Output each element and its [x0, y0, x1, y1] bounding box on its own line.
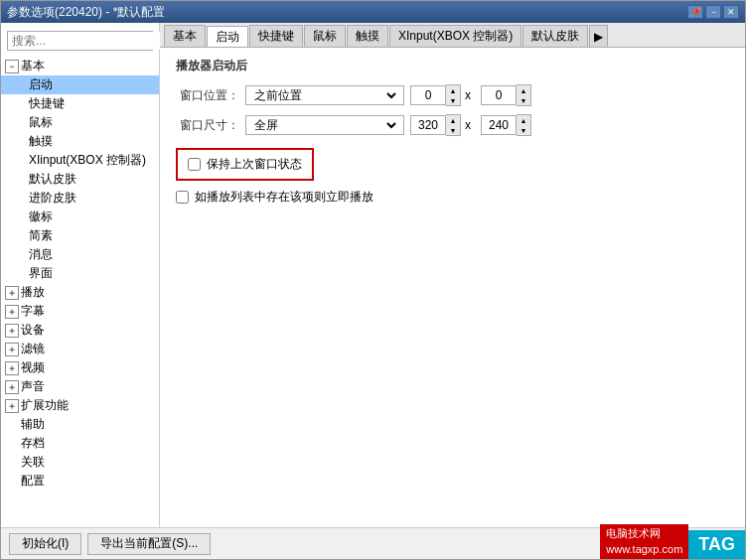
pin-button[interactable]: 📌: [687, 5, 703, 19]
checkbox2-label: 如播放列表中存在该项则立即播放: [195, 189, 373, 206]
sidebar-label-ext: 扩展功能: [21, 397, 69, 414]
size-x-input[interactable]: 320: [410, 115, 446, 135]
title-bar: 参数选项(220420) - *默认配置 📌 － ✕: [1, 1, 745, 23]
sidebar-label-audio: 声音: [21, 378, 45, 395]
sidebar-item-hotkey[interactable]: 快捷键: [1, 94, 159, 113]
pos-x-spin: 0 ▲ ▼: [410, 84, 461, 106]
sidebar-item-ext-root[interactable]: ＋ 扩展功能: [1, 396, 159, 415]
tab-mouse[interactable]: 鼠标: [304, 25, 346, 47]
watermark-line2: www.tagxp.com: [606, 542, 682, 557]
pos-y-input[interactable]: 0: [481, 85, 517, 105]
pos-y-down[interactable]: ▼: [517, 95, 530, 105]
size-x-spin: 320 ▲ ▼: [410, 114, 461, 136]
pos-x-arrows: ▲ ▼: [446, 84, 461, 106]
minimize-button[interactable]: －: [705, 5, 721, 19]
checkbox2-row: 如播放列表中存在该项则立即播放: [176, 187, 729, 208]
expander-video[interactable]: ＋: [5, 361, 19, 375]
window-size-select[interactable]: 全屏: [250, 116, 399, 134]
sidebar-label-play: 播放: [21, 284, 45, 301]
sidebar-item-assist[interactable]: 辅助: [1, 415, 159, 434]
sidebar-item-config[interactable]: 配置: [1, 472, 159, 490]
watermark-tag: TAG: [688, 530, 745, 559]
expander-filter[interactable]: ＋: [5, 343, 19, 356]
pos-y-up[interactable]: ▲: [517, 85, 530, 95]
sidebar-item-device-root[interactable]: ＋ 设备: [1, 321, 159, 340]
sidebar-item-mouse[interactable]: 鼠标: [1, 113, 159, 132]
x-label-1: x: [465, 88, 471, 102]
sidebar-item-touch[interactable]: 触摸: [1, 132, 159, 151]
window-position-label: 窗口位置：: [176, 87, 245, 104]
window-size-wrap: 全屏 320 ▲ ▼ x 240: [245, 114, 531, 136]
sidebar-item-skin[interactable]: 默认皮肤: [1, 170, 159, 189]
checkbox1[interactable]: [188, 158, 201, 171]
sidebar-item-advskin[interactable]: 进阶皮肤: [1, 189, 159, 208]
window-position-row: 窗口位置： 之前位置 0 ▲ ▼: [176, 84, 729, 106]
sidebar-item-xinput[interactable]: XIinput(XBOX 控制器): [1, 151, 159, 170]
sidebar-item-badge[interactable]: 徽标: [1, 208, 159, 226]
sidebar-label-video: 视频: [21, 359, 45, 376]
window-position-select[interactable]: 之前位置: [250, 86, 399, 104]
sidebar-item-assoc[interactable]: 关联: [1, 453, 159, 472]
expander-basic[interactable]: －: [5, 60, 19, 73]
pos-y-spin: 0 ▲ ▼: [481, 84, 531, 106]
content-area: 🔍 － 基本 启动 快捷键 鼠标 触摸 XIinput(XBOX 控制器) 默认…: [1, 23, 745, 527]
tab-basic[interactable]: 基本: [164, 25, 206, 47]
tab-xinput[interactable]: XInput(XBOX 控制器): [389, 25, 522, 47]
tab-hotkey[interactable]: 快捷键: [249, 25, 303, 47]
tab-touch[interactable]: 触摸: [347, 25, 388, 47]
main-content: 播放器启动后 窗口位置： 之前位置 0 ▲: [160, 48, 745, 527]
window-size-combo[interactable]: 全屏: [245, 115, 404, 135]
checkbox1-label: 保持上次窗口状态: [207, 156, 302, 173]
init-button[interactable]: 初始化(I): [9, 533, 81, 555]
tab-start[interactable]: 启动: [207, 26, 248, 48]
sidebar-label-sub: 字幕: [21, 303, 45, 320]
tab-skin[interactable]: 默认皮肤: [522, 25, 588, 47]
tab-bar: 基本 启动 快捷键 鼠标 触摸 XInput(XBOX 控制器) 默认皮肤 ▶: [160, 23, 745, 48]
size-y-up[interactable]: ▲: [517, 115, 530, 125]
search-input[interactable]: [8, 32, 165, 50]
window-size-row: 窗口尺寸： 全屏 320 ▲ ▼: [176, 114, 729, 136]
size-y-down[interactable]: ▼: [517, 125, 530, 135]
search-box: 🔍: [7, 31, 153, 51]
sidebar-label-config: 配置: [21, 473, 45, 490]
pos-x-input[interactable]: 0: [410, 85, 446, 105]
sidebar-item-start[interactable]: 启动: [1, 75, 159, 94]
sidebar-item-archive[interactable]: 存档: [1, 434, 159, 453]
sidebar-item-play-root[interactable]: ＋ 播放: [1, 283, 159, 302]
watermark-line1: 电脑技术网: [606, 526, 682, 541]
sidebar-item-message[interactable]: 消息: [1, 245, 159, 264]
pos-y-arrows: ▲ ▼: [517, 84, 531, 106]
export-button[interactable]: 导出当前配置(S)...: [87, 533, 211, 555]
sidebar-label-basic: 基本: [21, 58, 45, 74]
pos-x-down[interactable]: ▼: [446, 95, 460, 105]
checkbox1-highlight: 保持上次窗口状态: [176, 148, 314, 181]
expander-sub[interactable]: ＋: [5, 305, 19, 319]
size-y-arrows: ▲ ▼: [517, 114, 531, 136]
close-button[interactable]: ✕: [723, 5, 739, 19]
tab-more-arrow[interactable]: ▶: [589, 25, 608, 47]
pos-x-up[interactable]: ▲: [446, 85, 460, 95]
sidebar-item-simple[interactable]: 简素: [1, 226, 159, 245]
watermark-text: 电脑技术网 www.tagxp.com: [600, 524, 688, 559]
title-bar-controls: 📌 － ✕: [687, 5, 739, 19]
sidebar-item-sub-root[interactable]: ＋ 字幕: [1, 302, 159, 321]
sidebar-label-assoc: 关联: [21, 454, 45, 471]
expander-audio[interactable]: ＋: [5, 380, 19, 394]
sidebar-item-video-root[interactable]: ＋ 视频: [1, 358, 159, 377]
size-x-up[interactable]: ▲: [446, 115, 460, 125]
sidebar-item-filter-root[interactable]: ＋ 滤镜: [1, 340, 159, 358]
sidebar-item-ui[interactable]: 界面: [1, 264, 159, 283]
expander-play[interactable]: ＋: [5, 286, 19, 300]
expander-device[interactable]: ＋: [5, 324, 19, 338]
window-position-combo[interactable]: 之前位置: [245, 85, 404, 105]
window-position-wrap: 之前位置 0 ▲ ▼ x 0: [245, 84, 531, 106]
size-y-input[interactable]: 240: [481, 115, 517, 135]
checkbox2[interactable]: [176, 191, 189, 204]
sidebar-item-audio-root[interactable]: ＋ 声音: [1, 377, 159, 396]
watermark: 电脑技术网 www.tagxp.com TAG: [600, 524, 745, 559]
size-y-spin: 240 ▲ ▼: [481, 114, 531, 136]
sidebar: 🔍 － 基本 启动 快捷键 鼠标 触摸 XIinput(XBOX 控制器) 默认…: [1, 23, 160, 527]
sidebar-item-basic-root[interactable]: － 基本: [1, 57, 159, 75]
size-x-down[interactable]: ▼: [446, 125, 460, 135]
expander-ext[interactable]: ＋: [5, 399, 19, 413]
